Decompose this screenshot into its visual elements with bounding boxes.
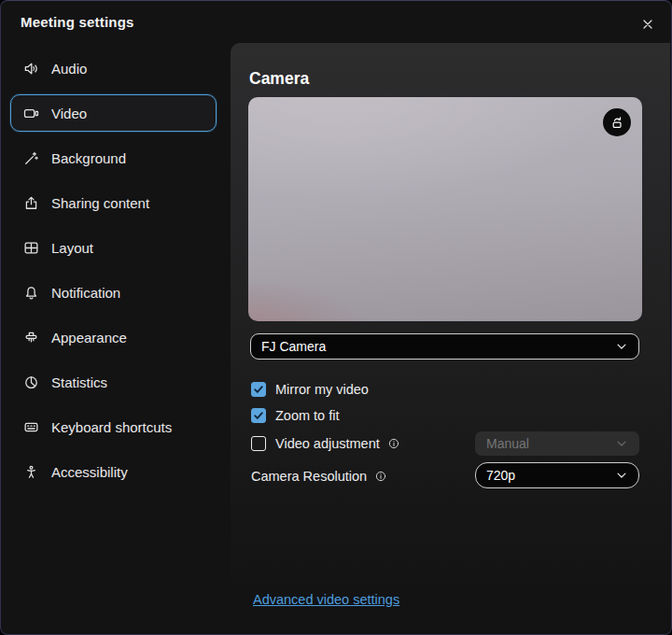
mirror-video-option[interactable]: Mirror my video [251, 381, 369, 398]
camera-resolution-value: 720p [486, 468, 515, 483]
sidebar-item-accessibility[interactable]: Accessibility [10, 453, 217, 490]
layout-grid-icon [23, 240, 39, 256]
speaker-icon [23, 61, 39, 77]
video-camera-icon [23, 106, 39, 121]
chevron-down-icon [615, 437, 628, 450]
chevron-down-icon [615, 340, 628, 353]
sidebar-item-background[interactable]: Background [10, 139, 217, 176]
sidebar-item-sharing-content[interactable]: Sharing content [10, 184, 217, 221]
camera-resolution-label: Camera Resolution [251, 469, 367, 484]
info-icon[interactable] [374, 470, 387, 483]
pie-chart-icon [23, 374, 39, 390]
camera-device-value: FJ Camera [261, 339, 326, 354]
sidebar-item-label: Keyboard shortcuts [51, 419, 172, 435]
video-adjustment-label: Video adjustment [275, 436, 380, 451]
video-settings-panel: Camera FJ Camera [231, 43, 670, 633]
rotate-camera-button[interactable] [603, 108, 631, 136]
video-adjustment-mode-select: Manual [475, 431, 639, 456]
sidebar-item-video[interactable]: Video [10, 94, 217, 132]
video-adjustment-mode-value: Manual [486, 436, 529, 451]
mirror-video-checkbox[interactable] [251, 382, 266, 397]
accessibility-person-icon [23, 464, 39, 480]
checkmark-icon [253, 384, 264, 395]
sidebar-item-notification[interactable]: Notification [10, 274, 217, 311]
close-icon [640, 17, 655, 32]
titlebar: Meeting settings [1, 1, 671, 44]
mirror-video-label: Mirror my video [275, 382, 369, 397]
dialog-title: Meeting settings [21, 14, 134, 30]
checkmark-icon [253, 410, 264, 421]
sidebar-item-keyboard-shortcuts[interactable]: Keyboard shortcuts [10, 408, 217, 445]
meeting-settings-dialog: Meeting settings Audio Video [0, 0, 672, 635]
sidebar-item-statistics[interactable]: Statistics [10, 363, 217, 401]
sidebar-item-label: Sharing content [51, 195, 149, 211]
sidebar-item-label: Accessibility [51, 464, 128, 480]
share-icon [23, 195, 39, 211]
camera-heading: Camera [249, 69, 309, 89]
sidebar-item-label: Appearance [51, 330, 127, 346]
sidebar-item-label: Statistics [51, 374, 107, 390]
video-adjustment-checkbox[interactable] [251, 436, 266, 451]
zoom-to-fit-label: Zoom to fit [275, 408, 340, 423]
sidebar-item-label: Video [51, 106, 87, 121]
paintbrush-icon [23, 330, 39, 346]
chevron-down-icon [615, 469, 628, 482]
close-button[interactable] [635, 11, 661, 37]
zoom-to-fit-checkbox[interactable] [251, 408, 266, 423]
sidebar-item-layout[interactable]: Layout [10, 229, 217, 266]
screen: Meeting settings Audio Video [0, 0, 672, 635]
sidebar-item-appearance[interactable]: Appearance [10, 318, 217, 356]
camera-resolution-select[interactable]: 720p [475, 462, 639, 488]
settings-sidebar: Audio Video Background Sharing content [1, 46, 231, 634]
sidebar-item-label: Background [51, 150, 126, 166]
magic-wand-icon [23, 150, 39, 166]
sidebar-item-audio[interactable]: Audio [10, 49, 217, 87]
sidebar-item-label: Notification [51, 285, 120, 301]
rotate-camera-icon [609, 115, 624, 130]
bell-icon [23, 285, 39, 301]
camera-device-select[interactable]: FJ Camera [250, 333, 639, 360]
camera-resolution-row: Camera Resolution [251, 468, 387, 485]
camera-preview [248, 97, 642, 321]
keyboard-icon [23, 419, 39, 435]
sidebar-item-label: Layout [51, 240, 93, 256]
advanced-video-settings-link[interactable]: Advanced video settings [253, 592, 399, 607]
info-icon[interactable] [387, 437, 400, 450]
sidebar-item-label: Audio [51, 61, 87, 77]
video-adjustment-option[interactable]: Video adjustment [251, 435, 400, 452]
zoom-to-fit-option[interactable]: Zoom to fit [251, 407, 340, 424]
